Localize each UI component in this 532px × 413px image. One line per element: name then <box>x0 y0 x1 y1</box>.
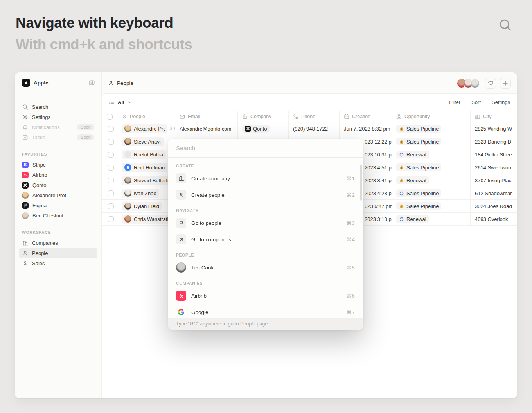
palette-item-go-to-companies[interactable]: Go to companies ⌘4 <box>168 231 363 248</box>
avatar <box>124 125 131 132</box>
row-checkbox[interactable] <box>108 190 114 196</box>
creation-cell[interactable]: 2023 8:41 p <box>365 178 392 183</box>
opportunity-chip[interactable]: $Sales Pipeline <box>396 202 441 210</box>
sidebar-item-alexandre-prot[interactable]: Alexandre Prot <box>19 190 97 200</box>
search-input[interactable] <box>176 145 355 152</box>
creation-cell[interactable]: 023 10:31 p <box>365 152 392 158</box>
palette-item-tim-cook[interactable]: Tim Cook ⌘5 <box>168 259 363 276</box>
palette-item-create-people[interactable]: Create people ⌘2 <box>168 187 363 203</box>
column-header-creation[interactable]: Creation <box>340 111 392 122</box>
settings-button[interactable]: Settings <box>492 99 510 105</box>
soon-badge: Soon <box>77 124 94 130</box>
row-checkbox[interactable] <box>108 178 114 183</box>
opportunity-chip[interactable]: $Sales Pipeline <box>396 138 441 145</box>
table-row[interactable]: Alexandre Prot 3 Alexandre@qonto.com Qon… <box>102 122 517 135</box>
renew-icon <box>399 217 404 222</box>
google-logo <box>176 307 186 317</box>
opportunity-chip[interactable]: Renewal <box>396 215 429 223</box>
city-cell[interactable]: 612 Shadowmar <box>475 190 512 196</box>
palette-item-airbnb[interactable]: Airbnb ⌘6 <box>168 287 363 304</box>
creation-cell[interactable]: 2023 3:13 p <box>365 216 392 222</box>
city-cell[interactable]: 2614 Sweetwoo <box>475 165 511 171</box>
row-checkbox[interactable] <box>108 165 114 171</box>
row-checkbox[interactable] <box>108 126 114 132</box>
city-cell[interactable]: 2323 Dancing D <box>475 139 511 145</box>
sidebar-item-qonto[interactable]: Qonto <box>19 180 97 190</box>
person-chip[interactable]: Alexandre Prot <box>122 124 167 133</box>
favorite-button[interactable] <box>485 78 496 89</box>
sort-button[interactable]: Sort <box>471 99 481 105</box>
opportunity-chip[interactable]: $Sales Pipeline <box>396 163 441 171</box>
email-cell[interactable]: Alexandre@qonto.com <box>180 126 231 132</box>
sidebar-item-figma[interactable]: Figma <box>19 200 97 210</box>
company-chip[interactable]: Qonto <box>242 125 270 133</box>
sidebar-item-sales[interactable]: Sales <box>19 258 97 268</box>
city-cell[interactable]: 3024 Joes Road <box>475 203 512 209</box>
gear-icon <box>22 114 28 120</box>
column-header-opportunity[interactable]: Opportunity <box>392 111 471 122</box>
view-toolbar: All Filter Sort Settings <box>102 94 517 111</box>
creation-cell[interactable]: Jun 7, 2023 8:32 pm <box>344 126 390 132</box>
add-button[interactable] <box>500 78 511 89</box>
city-cell[interactable]: 184 Griffin Stree <box>475 152 512 158</box>
sidebar-collapse-icon[interactable] <box>88 79 95 86</box>
money-bag-icon: $ <box>399 126 404 131</box>
row-checkbox[interactable] <box>108 203 114 209</box>
person-icon <box>122 114 127 119</box>
row-checkbox[interactable] <box>108 216 114 222</box>
creation-cell[interactable]: 023 12:22 p <box>365 139 392 145</box>
chevron-down-icon <box>128 100 132 104</box>
table-header-row: People Email Company Phone <box>102 111 517 122</box>
palette-item-go-to-people[interactable]: Go to people ⌘3 <box>168 215 363 231</box>
city-cell[interactable]: 4093 Overlook <box>475 216 508 222</box>
column-header-company[interactable]: Company <box>238 111 289 122</box>
avatar: R <box>124 164 131 171</box>
arrow-up-right-icon <box>176 234 186 244</box>
person-chip[interactable]: Chris Wanstrath <box>122 215 171 224</box>
sidebar-item-search[interactable]: Search <box>19 102 97 112</box>
scrollbar-thumb[interactable] <box>360 165 362 201</box>
select-all-checkbox[interactable] <box>107 114 113 120</box>
opportunity-chip[interactable]: Renewal <box>396 151 429 158</box>
person-chip[interactable]: Roelof Botha <box>122 150 166 159</box>
opportunity-chip[interactable]: $ Sales Pipeline <box>396 125 441 133</box>
person-chip[interactable]: RReid Hoffman <box>122 163 167 172</box>
search-icon[interactable] <box>498 18 512 32</box>
sidebar-item-stripe[interactable]: S Stripe <box>19 160 97 170</box>
sidebar-item-ben-chestnut[interactable]: Ben Chestnut <box>19 210 97 221</box>
city-cell[interactable]: 3707 Irving Plac <box>475 178 511 183</box>
row-checkbox[interactable] <box>108 139 114 145</box>
sidebar-item-companies[interactable]: Companies <box>19 238 97 248</box>
target-icon <box>396 114 402 119</box>
sidebar-item-label: Companies <box>32 240 58 246</box>
sidebar-item-people[interactable]: People <box>19 248 97 258</box>
palette-item-create-company[interactable]: Create company ⌘1 <box>168 170 363 187</box>
sidebar-item-label: People <box>32 250 48 256</box>
palette-item-google[interactable]: Google ⌘7 <box>168 304 363 318</box>
phone-cell[interactable]: (920) 948-1722 <box>293 126 328 132</box>
sidebar-item-label: Ben Chestnut <box>32 213 63 219</box>
sidebar-item-airbnb[interactable]: Airbnb <box>19 170 97 180</box>
creation-cell[interactable]: 2023 4:51 p <box>365 165 392 171</box>
column-header-email[interactable]: Email <box>175 111 238 122</box>
breadcrumb[interactable]: People <box>108 80 133 86</box>
column-header-city[interactable]: City <box>471 111 517 122</box>
column-header-people[interactable]: People <box>117 111 175 122</box>
workspace-switcher[interactable]: Apple <box>19 77 97 88</box>
person-chip[interactable]: Dylan Field <box>122 202 162 211</box>
apple-logo <box>22 79 30 87</box>
person-chip[interactable]: Steve Anavi <box>122 137 164 146</box>
city-cell[interactable]: 2825 Winding W <box>475 126 512 132</box>
creation-cell[interactable]: 2023 4:28 p <box>365 190 392 196</box>
person-chip[interactable]: Stewart Butterfield <box>122 176 171 185</box>
row-checkbox[interactable] <box>108 152 114 158</box>
opportunity-chip[interactable]: Sales Pipeline <box>396 189 441 197</box>
creation-cell[interactable]: 023 6:47 pm <box>365 203 392 209</box>
svg-text:$: $ <box>401 167 402 169</box>
opportunity-chip[interactable]: $Renewal <box>396 176 429 184</box>
sidebar-item-settings[interactable]: Settings <box>19 112 97 122</box>
view-selector[interactable]: All <box>109 99 132 105</box>
column-header-phone[interactable]: Phone <box>289 111 340 122</box>
filter-button[interactable]: Filter <box>449 99 460 105</box>
person-chip[interactable]: Ivan Zhao <box>122 189 159 198</box>
